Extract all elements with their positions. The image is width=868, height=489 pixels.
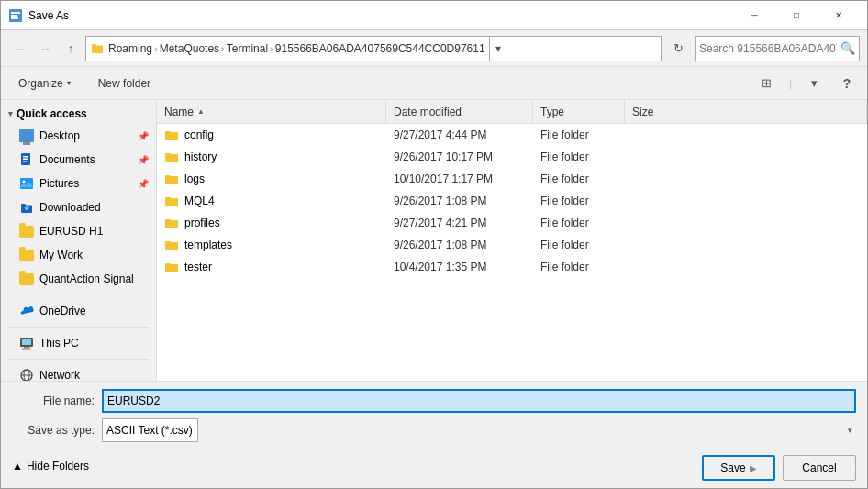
file-date-cell: 9/27/2017 4:21 PM	[386, 212, 533, 233]
column-header-type[interactable]: Type	[533, 100, 625, 123]
file-name: MQL4	[184, 194, 215, 207]
sidebar-item-onedrive[interactable]: OneDrive	[1, 299, 156, 323]
file-date-cell: 10/10/2017 1:17 PM	[386, 168, 533, 189]
file-type-cell: File folder	[533, 124, 625, 145]
sidebar-documents-label: Documents	[39, 153, 132, 166]
svg-rect-6	[23, 159, 28, 161]
file-name-cell: tester	[157, 256, 386, 277]
sidebar-quantaction-label: QuantAction Signal	[39, 272, 149, 285]
svg-rect-2	[11, 15, 17, 17]
sidebar-sep2	[8, 327, 149, 328]
sidebar-onedrive-label: OneDrive	[39, 305, 149, 317]
breadcrumb: Roaming › MetaQuotes › Terminal › 915566…	[108, 42, 485, 55]
file-size-cell	[625, 190, 867, 211]
help-button[interactable]: ?	[834, 71, 860, 96]
sidebar-item-quantaction[interactable]: QuantAction Signal	[1, 267, 156, 291]
search-bar[interactable]: 🔍	[695, 36, 860, 61]
file-type-cell: File folder	[533, 168, 625, 189]
svg-point-9	[23, 181, 26, 183]
file-name-cell: history	[157, 146, 386, 167]
sidebar-item-documents[interactable]: Documents 📌	[1, 148, 156, 172]
eurusd-folder-icon	[19, 224, 34, 239]
file-name: logs	[184, 172, 205, 185]
file-date: 9/27/2017 4:21 PM	[394, 217, 486, 229]
table-row[interactable]: config 9/27/2017 4:44 PM File folder	[157, 124, 867, 146]
table-row[interactable]: MQL4 9/26/2017 1:08 PM File folder	[157, 190, 867, 212]
close-button[interactable]: ✕	[818, 1, 860, 30]
sidebar-item-downloaded[interactable]: Downloaded	[1, 195, 156, 219]
breadcrumb-terminal[interactable]: Terminal	[227, 42, 268, 55]
sidebar-item-mywork[interactable]: My Work	[1, 243, 156, 267]
cancel-button[interactable]: Cancel	[783, 455, 856, 481]
table-row[interactable]: tester 10/4/2017 1:35 PM File folder	[157, 256, 867, 278]
address-bar[interactable]: Roaming › MetaQuotes › Terminal › 915566…	[85, 36, 662, 61]
bottom-footer: ▲ Hide Folders Save ▶ Cancel	[12, 448, 856, 481]
file-size-cell	[625, 256, 867, 277]
table-row[interactable]: profiles 9/27/2017 4:21 PM File folder	[157, 212, 867, 234]
file-type: File folder	[540, 150, 589, 163]
search-input[interactable]	[699, 42, 837, 55]
address-folder-icon	[90, 41, 105, 56]
svg-rect-8	[20, 178, 33, 189]
column-header-date[interactable]: Date modified	[386, 100, 533, 123]
refresh-button[interactable]: ↻	[665, 36, 691, 61]
sidebar-item-eurusd[interactable]: EURUSD H1	[1, 219, 156, 243]
file-name-cell: templates	[157, 234, 386, 255]
table-row[interactable]: history 9/26/2017 10:17 PM File folder	[157, 146, 867, 168]
file-name-cell: profiles	[157, 212, 386, 233]
address-dropdown[interactable]: ▾	[489, 37, 507, 61]
forward-button[interactable]: →	[34, 38, 56, 60]
minimize-button[interactable]: ─	[733, 1, 775, 30]
file-date-cell: 10/4/2017 1:35 PM	[386, 256, 533, 277]
savetype-label: Save as type:	[12, 424, 95, 437]
sidebar-item-pictures[interactable]: Pictures 📌	[1, 172, 156, 195]
new-folder-button[interactable]: New folder	[88, 71, 161, 96]
savetype-wrapper: ASCII Text (*.csv) ▾	[102, 418, 856, 442]
sidebar-thispc-label: This PC	[39, 337, 149, 350]
save-cursor-icon: ▶	[750, 463, 757, 473]
file-type-cell: File folder	[533, 190, 625, 211]
organize-button[interactable]: Organize ▾	[8, 71, 81, 96]
view-icon: ⊞	[762, 76, 772, 90]
downloaded-icon	[19, 200, 34, 215]
table-row[interactable]: logs 10/10/2017 1:17 PM File folder	[157, 168, 867, 190]
column-header-name[interactable]: Name ▲	[157, 100, 386, 123]
new-folder-label: New folder	[98, 77, 150, 90]
view-dropdown-button[interactable]: ▾	[801, 71, 827, 96]
back-button[interactable]: ←	[8, 38, 30, 60]
bottom-bar: File name: Save as type: ASCII Text (*.c…	[1, 381, 867, 488]
folder-icon	[164, 150, 179, 164]
view-button[interactable]: ⊞	[754, 71, 780, 96]
file-type-cell: File folder	[533, 234, 625, 255]
maximize-button[interactable]: □	[775, 1, 818, 30]
up-button[interactable]: ↑	[60, 38, 82, 60]
file-name: profiles	[184, 217, 220, 229]
filename-input[interactable]	[102, 389, 856, 413]
save-button[interactable]: Save ▶	[702, 455, 775, 481]
hide-folders-link[interactable]: ▲ Hide Folders	[12, 460, 89, 472]
sidebar-item-network[interactable]: Network	[1, 363, 156, 381]
quick-access-header[interactable]: ▾ Quick access	[1, 104, 156, 124]
sidebar-pictures-label: Pictures	[39, 177, 132, 190]
breadcrumb-id[interactable]: 915566BA06ADA407569C544CC0D97611	[275, 42, 485, 55]
savetype-select[interactable]: ASCII Text (*.csv)	[102, 418, 198, 442]
file-list: Name ▲ Date modified Type Size c	[157, 100, 867, 381]
table-row[interactable]: templates 9/26/2017 1:08 PM File folder	[157, 234, 867, 256]
folder-icon	[164, 128, 179, 142]
col-size-label: Size	[632, 106, 653, 118]
window-controls: ─ □ ✕	[733, 1, 860, 30]
breadcrumb-metaquotes[interactable]: MetaQuotes	[160, 42, 219, 55]
select-dropdown-icon: ▾	[848, 426, 852, 435]
pictures-icon	[19, 176, 34, 191]
sidebar-item-desktop[interactable]: Desktop 📌	[1, 124, 156, 148]
breadcrumb-roaming[interactable]: Roaming	[108, 42, 152, 55]
file-date: 10/4/2017 1:35 PM	[394, 261, 486, 273]
bottom-actions: Save ▶ Cancel	[702, 451, 856, 481]
sidebar-item-thispc[interactable]: This PC	[1, 331, 156, 355]
save-as-dialog: Save As ─ □ ✕ ← → ↑ Roaming › MetaQuotes…	[0, 0, 868, 489]
sidebar-documents-pin: 📌	[138, 155, 149, 165]
column-header-size[interactable]: Size	[625, 100, 867, 123]
chevron-left-icon: ▲	[12, 460, 23, 472]
file-type: File folder	[540, 239, 589, 251]
svg-rect-3	[11, 17, 18, 19]
